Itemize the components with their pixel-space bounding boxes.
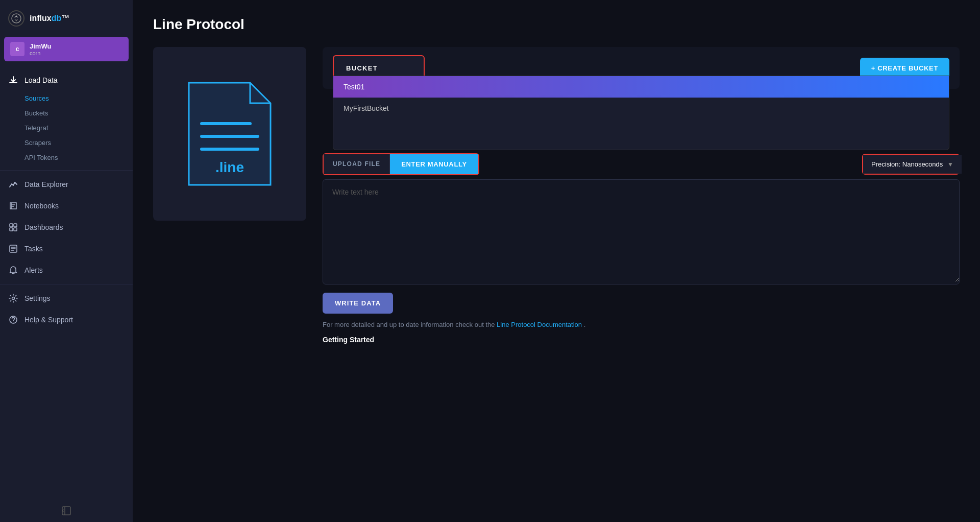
page-title: Line Protocol xyxy=(153,16,960,33)
data-explorer-label: Data Explorer xyxy=(24,180,68,188)
line-file-icon: .line xyxy=(184,78,276,190)
bucket-dropdown-list: Test01 MyFirstBucket xyxy=(333,76,949,150)
alerts-icon xyxy=(8,265,18,275)
logo-icon xyxy=(8,10,24,27)
enter-manually-button[interactable]: ENTER MANUALLY xyxy=(390,154,478,174)
precision-select[interactable]: Precision: Nanoseconds Precision: Micros… xyxy=(863,155,962,174)
svg-marker-1 xyxy=(14,15,18,18)
bucket-list-padding xyxy=(333,119,949,150)
write-data-button[interactable]: WRITE DATA xyxy=(323,293,393,314)
sidebar-item-api-tokens[interactable]: API Tokens xyxy=(0,150,133,165)
tasks-icon xyxy=(8,244,18,254)
load-data-section: Load Data Sources Buckets Telegraf Scrap… xyxy=(0,67,133,167)
dashboards-label: Dashboards xyxy=(24,223,63,231)
svg-rect-4 xyxy=(14,224,17,227)
svg-point-10 xyxy=(13,322,14,323)
nav-item-help[interactable]: Help & Support xyxy=(0,309,133,330)
nav-item-data-explorer[interactable]: Data Explorer xyxy=(0,174,133,195)
bucket-option-myfirstbucket[interactable]: MyFirstBucket xyxy=(333,98,949,119)
alerts-label: Alerts xyxy=(24,266,43,274)
tasks-label: Tasks xyxy=(24,245,43,253)
nav-item-load-data[interactable]: Load Data xyxy=(0,69,133,91)
nav-item-settings[interactable]: Settings xyxy=(0,288,133,309)
nav-item-notebooks[interactable]: Notebooks xyxy=(0,195,133,217)
dashboards-icon xyxy=(8,222,18,232)
load-data-icon xyxy=(8,75,18,85)
footer-text-suffix: . xyxy=(584,321,586,328)
svg-marker-2 xyxy=(14,19,18,21)
sidebar-item-buckets[interactable]: Buckets xyxy=(0,106,133,121)
footer-text: For more detailed and up to date informa… xyxy=(323,321,960,328)
upload-file-label: UPLOAD FILE xyxy=(324,154,390,174)
load-data-label: Load Data xyxy=(24,76,58,84)
svg-point-0 xyxy=(12,14,21,23)
sidebar-item-scrapers[interactable]: Scrapers xyxy=(0,135,133,150)
user-section[interactable]: c JimWu corn xyxy=(4,37,129,61)
nav-item-alerts[interactable]: Alerts xyxy=(0,259,133,281)
right-panel: BUCKET + CREATE BUCKET Test01 MyFirstBuc… xyxy=(323,47,960,344)
settings-label: Settings xyxy=(24,294,51,302)
nav-item-dashboards[interactable]: Dashboards xyxy=(0,217,133,238)
bucket-option-test01[interactable]: Test01 xyxy=(333,76,949,98)
notebooks-icon xyxy=(8,201,18,211)
avatar: c xyxy=(10,42,24,56)
help-icon xyxy=(8,315,18,325)
main-content: Line Protocol .line xyxy=(133,0,980,522)
sidebar-item-telegraf[interactable]: Telegraf xyxy=(0,121,133,135)
user-name: JimWu xyxy=(30,42,51,50)
content-body: .line BUCKET + CREATE BUCKET xyxy=(153,47,960,344)
data-explorer-icon xyxy=(8,179,18,189)
logo-area: influxdb™ xyxy=(0,0,133,37)
svg-rect-5 xyxy=(10,228,13,231)
sidebar-item-sources[interactable]: Sources xyxy=(0,91,133,106)
app-name: influxdb™ xyxy=(30,14,69,23)
precision-wrapper: Precision: Nanoseconds Precision: Micros… xyxy=(862,154,960,175)
user-info: JimWu corn xyxy=(30,42,51,56)
bucket-area: BUCKET + CREATE BUCKET Test01 MyFirstBuc… xyxy=(323,47,960,89)
help-label: Help & Support xyxy=(24,316,73,324)
nav-item-tasks[interactable]: Tasks xyxy=(0,238,133,259)
footer-text-prefix: For more detailed and up to date informa… xyxy=(323,321,497,328)
bucket-label: BUCKET xyxy=(346,64,378,72)
write-text-area[interactable] xyxy=(323,180,959,282)
sidebar-collapse-button[interactable] xyxy=(0,500,133,522)
user-org: corn xyxy=(30,50,51,56)
svg-rect-3 xyxy=(10,224,13,227)
notebooks-label: Notebooks xyxy=(24,202,59,210)
settings-icon xyxy=(8,293,18,303)
svg-rect-11 xyxy=(62,507,70,515)
svg-point-8 xyxy=(12,297,15,300)
upload-row: UPLOAD FILE ENTER MANUALLY Precision: Na… xyxy=(323,153,960,175)
upload-controls: UPLOAD FILE ENTER MANUALLY xyxy=(323,153,479,175)
sidebar: influxdb™ c JimWu corn Load Data Sources… xyxy=(0,0,133,522)
line-protocol-link[interactable]: Line Protocol Documentation xyxy=(497,321,582,328)
svg-text:.line: .line xyxy=(215,159,244,175)
text-area-container xyxy=(323,179,960,284)
file-illustration: .line xyxy=(153,47,306,221)
getting-started-heading: Getting Started xyxy=(323,336,960,344)
svg-rect-6 xyxy=(14,228,17,231)
